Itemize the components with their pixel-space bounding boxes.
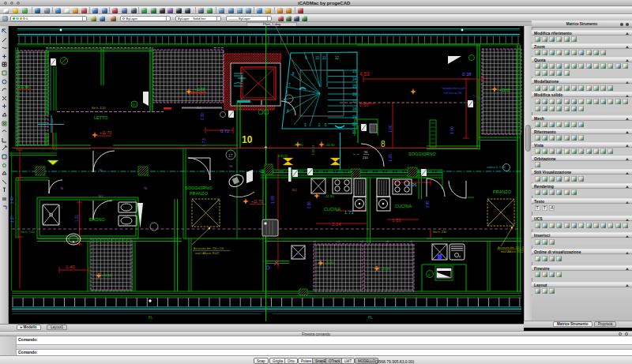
svg-text:CUCINA: CUCINA: [324, 207, 340, 212]
svg-text:0.39: 0.39: [201, 113, 205, 120]
svg-text:+11.50: +11.50: [325, 143, 335, 147]
svg-text:+11.70: +11.70: [293, 143, 303, 147]
svg-text:1.01: 1.01: [75, 214, 79, 222]
svg-text:1.20: 1.20: [10, 216, 14, 223]
svg-text:+11,70: +11,70: [100, 130, 111, 135]
svg-text:13: 13: [352, 69, 357, 73]
svg-text:PRANZO: PRANZO: [493, 190, 512, 194]
svg-text:0.96: 0.96: [307, 201, 311, 208]
svg-text:15: 15: [352, 84, 357, 88]
svg-text:17: 17: [228, 153, 233, 158]
svg-text:filo h. 2.10: filo h. 2.10: [21, 231, 35, 234]
svg-text:12: 12: [335, 56, 340, 60]
svg-text:+11.65: +11.65: [102, 273, 112, 277]
svg-text:+11.65: +11.65: [381, 267, 391, 271]
svg-text:+11.50: +11.50: [324, 194, 334, 198]
svg-text:SOGGIORNO: SOGGIORNO: [408, 152, 436, 156]
svg-text:0.60: 0.60: [359, 103, 369, 107]
svg-text:210: 210: [363, 156, 368, 159]
svg-text:1.73: 1.73: [201, 138, 206, 147]
svg-text:90: 90: [364, 150, 368, 154]
svg-text:2.49: 2.49: [10, 197, 14, 204]
svg-text:BAGNO: BAGNO: [89, 217, 106, 222]
svg-text:mod LAA prot. RG22: mod LAA prot. RG22: [501, 250, 524, 253]
svg-text:19: 19: [352, 115, 357, 119]
svg-text:Ascensore dim. 756 x 150: Ascensore dim. 756 x 150: [194, 247, 224, 250]
svg-text:Ascensore dim. 114 x 150: Ascensore dim. 114 x 150: [498, 246, 524, 250]
svg-text:76: 76: [60, 187, 63, 190]
svg-text:+6: +6: [409, 240, 412, 243]
svg-text:18: 18: [352, 107, 357, 111]
svg-text:3.36: 3.36: [408, 182, 417, 187]
svg-text:N.2: N.2: [99, 195, 103, 198]
svg-text:filo h. 3.10: filo h. 3.10: [92, 107, 106, 110]
svg-text:+11,70: +11,70: [251, 200, 263, 204]
svg-text:PL: PL: [368, 316, 373, 320]
svg-text:0.72: 0.72: [220, 129, 230, 133]
svg-text:76: 76: [99, 169, 102, 172]
svg-text:4.53: 4.53: [359, 71, 370, 77]
svg-text:1.50: 1.50: [450, 126, 454, 134]
svg-text:0.38: 0.38: [462, 72, 472, 77]
svg-text:+11.65: +11.65: [499, 88, 510, 92]
svg-text:76: 76: [229, 165, 232, 168]
svg-text:1.59: 1.59: [270, 196, 275, 204]
svg-text:+11.65: +11.65: [325, 261, 335, 265]
svg-text:1.53: 1.53: [392, 218, 401, 223]
svg-text:14: 14: [296, 253, 299, 256]
svg-text:SOGGIORNO: SOGGIORNO: [185, 186, 213, 190]
svg-text:14: 14: [352, 77, 357, 81]
svg-text:11: 11: [322, 56, 326, 60]
svg-text:Tavolato fino a cont: Tavolato fino a cont: [442, 87, 465, 90]
svg-text:U.R.12: U.R.12: [311, 144, 315, 155]
svg-text:1.20: 1.20: [388, 154, 393, 162]
svg-text:1.73: 1.73: [344, 210, 354, 215]
svg-text:76: 76: [144, 187, 147, 190]
svg-text:B.2: B.2: [197, 106, 202, 110]
svg-text:PL: PL: [149, 316, 153, 320]
svg-text:16: 16: [352, 92, 357, 96]
svg-text:U.R.11: U.R.11: [278, 154, 288, 158]
svg-text:il di luce as 90: il di luce as 90: [444, 92, 461, 95]
svg-text:1.00: 1.00: [388, 125, 393, 133]
svg-text:10: 10: [315, 56, 320, 60]
svg-text:mod LAA prot. RG22: mod LAA prot. RG22: [195, 252, 220, 255]
svg-text:PRANZO: PRANZO: [190, 191, 209, 196]
svg-text:filo h. 210: filo h. 210: [433, 230, 447, 234]
svg-text:2.45: 2.45: [426, 201, 430, 208]
svg-text:LETTO: LETTO: [94, 115, 108, 120]
svg-text:10: 10: [242, 134, 253, 145]
svg-text:N.2: N.2: [292, 189, 297, 192]
svg-text:+6: +6: [337, 240, 340, 243]
svg-text:+11.68: +11.68: [18, 85, 29, 89]
svg-text:+6: +6: [360, 240, 363, 243]
svg-text:CUCINA: CUCINA: [395, 204, 412, 208]
svg-text:+6: +6: [313, 240, 316, 243]
svg-text:1.40: 1.40: [66, 265, 75, 269]
svg-text:15: 15: [133, 103, 136, 107]
svg-text:calmo h. 5.80: calmo h. 5.80: [487, 165, 506, 169]
svg-text:+11.68: +11.68: [194, 88, 205, 92]
svg-text:+6: +6: [386, 240, 389, 243]
svg-text:8: 8: [381, 140, 386, 148]
svg-text:2.14: 2.14: [332, 222, 341, 227]
